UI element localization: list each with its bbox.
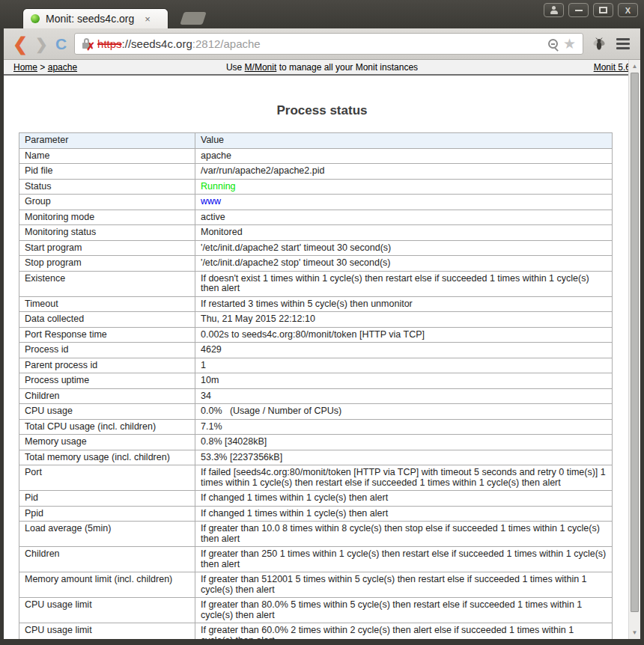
parameter-header: Parameter — [19, 133, 195, 149]
forward-button[interactable]: ❯ — [35, 37, 48, 52]
insecure-lock-icon[interactable]: ✗ — [82, 38, 92, 49]
table-row: Start program'/etc/init.d/apache2 start'… — [19, 240, 613, 256]
zoom-out-indicator-icon[interactable] — [548, 39, 558, 49]
param-cell: Load average (5min) — [19, 522, 195, 547]
close-icon: X — [625, 6, 631, 15]
param-cell: Group — [19, 195, 195, 210]
tab-close-icon[interactable]: × — [145, 13, 151, 25]
hamburger-menu-button[interactable] — [615, 37, 631, 51]
browser-tab[interactable]: Monit: seeds4c.org × — [22, 8, 168, 28]
table-row: Stop program'/etc/init.d/apache2 stop' t… — [19, 256, 613, 272]
value-cell: 1 — [195, 358, 613, 373]
breadcrumb-separator: > — [40, 62, 45, 73]
param-cell: Existence — [19, 271, 195, 296]
value-cell: Thu, 21 May 2015 22:12:10 — [195, 312, 613, 328]
param-cell: Children — [19, 388, 195, 404]
value-cell: 53.3% [2237356kB] — [195, 450, 613, 465]
table-row: ExistenceIf doesn't exist 1 times within… — [19, 271, 613, 296]
browser-frame: ❮ ❯ C ✗ https://seeds4c.org:2812/apache … — [4, 28, 640, 639]
table-row: Process id4629 — [19, 343, 613, 358]
table-row: PortIf failed [seeds4c.org:80/monit/toke… — [19, 465, 613, 491]
window-controls: X — [544, 3, 638, 17]
value-cell: 0.002s to seeds4c.org:80/monit/token [HT… — [195, 327, 613, 343]
reload-button[interactable]: C — [55, 35, 67, 53]
scroll-down-icon[interactable]: ▼ — [629, 627, 640, 638]
value-cell: Running — [195, 179, 613, 195]
vertical-scrollbar[interactable]: ▲ ▼ — [628, 60, 640, 639]
param-cell: Ppid — [19, 506, 195, 522]
param-cell: Pid file — [19, 164, 195, 180]
value-cell: 0.0% (Usage / Number of CPUs) — [195, 404, 613, 420]
param-cell: Port Response time — [19, 327, 195, 343]
url-scheme: https — [97, 37, 122, 50]
param-cell: Process uptime — [19, 373, 195, 389]
param-cell: CPU usage limit — [19, 598, 195, 623]
value-cell: If failed [seeds4c.org:80/monit/token [H… — [195, 465, 613, 491]
url-text[interactable]: https://seeds4c.org:2812/apache — [97, 37, 261, 50]
url-host: ://seeds4c.org — [122, 37, 192, 50]
param-cell: Monitoring status — [19, 225, 195, 241]
table-row: CPU usage limitIf greater than 60.0% 2 t… — [19, 623, 613, 640]
tab-title: Monit: seeds4c.org — [46, 13, 134, 25]
browser-toolbar: ❮ ❯ C ✗ https://seeds4c.org:2812/apache … — [4, 28, 640, 60]
mmonit-link[interactable]: M/Monit — [245, 62, 277, 73]
table-row: Total CPU usage (incl. children)7.1% — [19, 419, 613, 435]
monit-nav-strip: Home > apache Use M/Monit to manage all … — [4, 60, 640, 76]
value-cell: 4629 — [195, 343, 613, 358]
close-button[interactable]: X — [618, 3, 638, 17]
table-row: Monitoring statusMonitored — [19, 225, 613, 241]
table-row: Children34 — [19, 388, 613, 404]
param-cell: Total CPU usage (incl. children) — [19, 419, 195, 435]
table-row: Memory amount limit (incl. children)If g… — [19, 572, 613, 598]
param-cell: Parent process id — [19, 358, 195, 373]
maximize-button[interactable] — [593, 3, 613, 17]
value-cell: /var/run/apache2/apache2.pid — [195, 164, 613, 180]
table-row: Monitoring modeactive — [19, 210, 613, 225]
table-row: Load average (5min)If greater than 10.0 … — [19, 522, 613, 547]
param-cell: CPU usage limit — [19, 623, 195, 640]
value-cell: If changed 1 times within 1 cycle(s) the… — [195, 506, 613, 522]
bookmark-star-icon[interactable]: ★ — [563, 37, 576, 51]
breadcrumb-apache-link[interactable]: apache — [48, 62, 77, 73]
param-cell: Total memory usage (incl. children) — [19, 450, 195, 465]
value-header: Value — [195, 133, 613, 149]
value-cell: active — [195, 210, 613, 225]
monit-version-link[interactable]: Monit 5.6 — [594, 62, 631, 73]
table-row: Nameapache — [19, 148, 613, 164]
table-row: Memory usage0.8% [34028kB] — [19, 435, 613, 450]
param-cell: Name — [19, 148, 195, 164]
url-bar[interactable]: ✗ https://seeds4c.org:2812/apache ★ — [74, 33, 583, 55]
table-row: ChildrenIf greater than 250 1 times with… — [19, 547, 613, 572]
table-row: Port Response time0.002s to seeds4c.org:… — [19, 327, 613, 343]
breadcrumb-home-link[interactable]: Home — [13, 62, 37, 73]
value-cell: 7.1% — [195, 419, 613, 435]
new-tab-button[interactable] — [180, 12, 207, 25]
value-cell: 34 — [195, 388, 613, 404]
value-cell: 10m — [195, 373, 613, 389]
process-table-body: NameapachePid file/var/run/apache2/apach… — [19, 148, 613, 639]
param-cell: Memory usage — [19, 435, 195, 450]
value-cell: If greater than 250 1 times within 1 cyc… — [195, 547, 613, 572]
red-cross-icon: ✗ — [86, 41, 95, 52]
back-button[interactable]: ❮ — [13, 35, 28, 53]
value-cell: If restarted 3 times within 5 cycle(s) t… — [195, 296, 613, 312]
scrollbar-thumb[interactable] — [631, 73, 639, 612]
user-account-button[interactable] — [544, 3, 564, 17]
page-title: Process status — [4, 103, 640, 118]
minimize-button[interactable] — [568, 3, 589, 17]
param-cell: Memory amount limit (incl. children) — [19, 572, 195, 598]
param-cell: Pid — [19, 491, 195, 507]
value-cell: If greater than 512001 5 times within 5 … — [195, 572, 613, 598]
value-cell[interactable]: www — [195, 195, 613, 210]
page-content: Process status Parameter Value Nameapach… — [4, 77, 640, 639]
param-cell: Children — [19, 547, 195, 572]
table-row: PidIf changed 1 times within 1 cycle(s) … — [19, 491, 613, 507]
value-cell: Monitored — [195, 225, 613, 241]
param-cell: Stop program — [19, 256, 195, 272]
value-cell: If doesn't exist 1 times within 1 cycle(… — [195, 271, 613, 296]
firebug-extension-icon[interactable] — [591, 36, 607, 52]
param-cell: Monitoring mode — [19, 210, 195, 225]
process-status-table: Parameter Value NameapachePid file/var/r… — [19, 132, 613, 639]
scroll-up-icon[interactable]: ▲ — [629, 61, 640, 72]
param-cell: Process id — [19, 343, 195, 358]
